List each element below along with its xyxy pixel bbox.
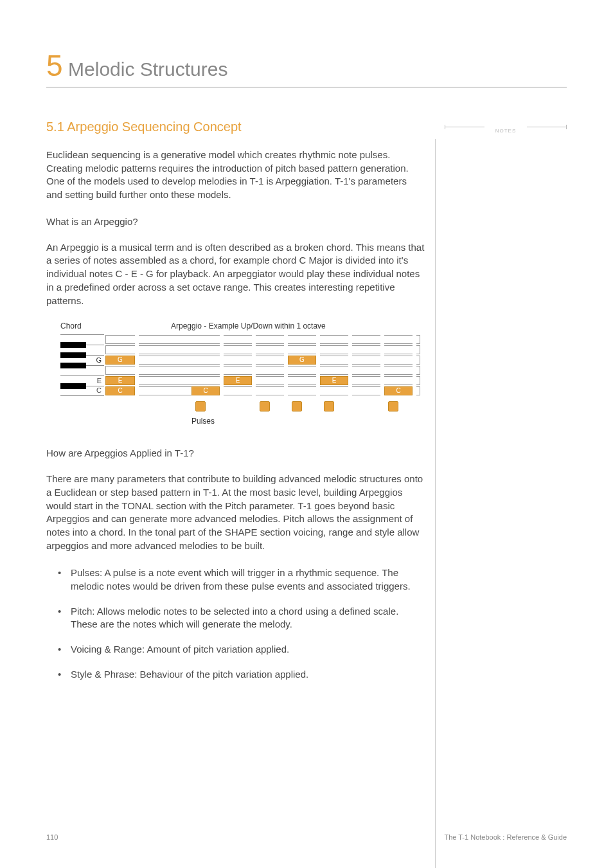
applied-paragraph: There are many parameters that contribut…	[46, 473, 425, 552]
pulses-label: Pulses	[191, 417, 420, 426]
notes-column: NOTES	[445, 120, 567, 692]
seq-note: G	[288, 356, 316, 365]
note-g-label: G	[96, 356, 102, 364]
chord-note-c: C	[105, 386, 135, 395]
notes-header-text: NOTES	[493, 128, 519, 134]
note-e-label: E	[97, 377, 102, 384]
sequence-area: G E C C E G E C	[105, 334, 420, 396]
seq-note: E	[320, 376, 348, 385]
subheading-arpeggio: What is an Arpeggio?	[46, 216, 425, 227]
bullet-list: Pulses: A pulse is a note event which wi…	[46, 566, 425, 681]
section-title: 5.1 Arpeggio Sequencing Concept	[46, 120, 425, 134]
seq-note: E	[224, 376, 252, 385]
chapter-number: 5	[46, 49, 63, 82]
pulse-marker	[292, 401, 302, 411]
chord-label: Chord	[60, 321, 120, 330]
list-item: Pulses: A pulse is a note event which wi…	[71, 566, 425, 593]
arpeggio-definition: An Arpeggio is a musical term and is oft…	[46, 241, 425, 307]
book-title: The T-1 Notebook : Reference & Guide	[444, 833, 567, 841]
seq-note: C	[191, 386, 220, 395]
main-column: 5.1 Arpeggio Sequencing Concept Euclidea…	[46, 120, 425, 692]
page-footer: 110 The T-1 Notebook : Reference & Guide	[46, 833, 567, 841]
arpeggio-label: Arpeggio - Example Up/Down within 1 octa…	[171, 321, 326, 330]
note-c-label: C	[96, 386, 102, 394]
notes-header: NOTES	[445, 123, 567, 135]
pulse-marker	[260, 401, 270, 411]
pulse-marker	[324, 401, 334, 411]
pulse-row	[105, 401, 420, 414]
arpeggio-diagram: Chord Arpeggio - Example Up/Down within …	[60, 321, 420, 426]
chapter-title: Melodic Structures	[68, 59, 227, 80]
chapter-header: 5 Melodic Structures	[46, 48, 567, 87]
chord-note-e: E	[105, 376, 135, 385]
notes-divider	[435, 139, 436, 868]
seq-note: C	[384, 386, 413, 395]
list-item: Voicing & Range: Amount of pitch variati…	[71, 643, 425, 656]
chord-note-g: G	[105, 356, 135, 365]
subheading-applied: How are Arpeggios Applied in T-1?	[46, 448, 425, 458]
list-item: Pitch: Allows melodic notes to be select…	[71, 605, 425, 631]
pulse-marker	[388, 401, 398, 411]
list-item: Style & Phrase: Behaviour of the pitch v…	[71, 668, 425, 682]
piano-keys: G E C	[60, 334, 104, 396]
page-number: 110	[46, 833, 58, 841]
pulse-marker	[195, 401, 206, 411]
intro-paragraph: Euclidean sequencing is a generative mod…	[46, 149, 425, 202]
